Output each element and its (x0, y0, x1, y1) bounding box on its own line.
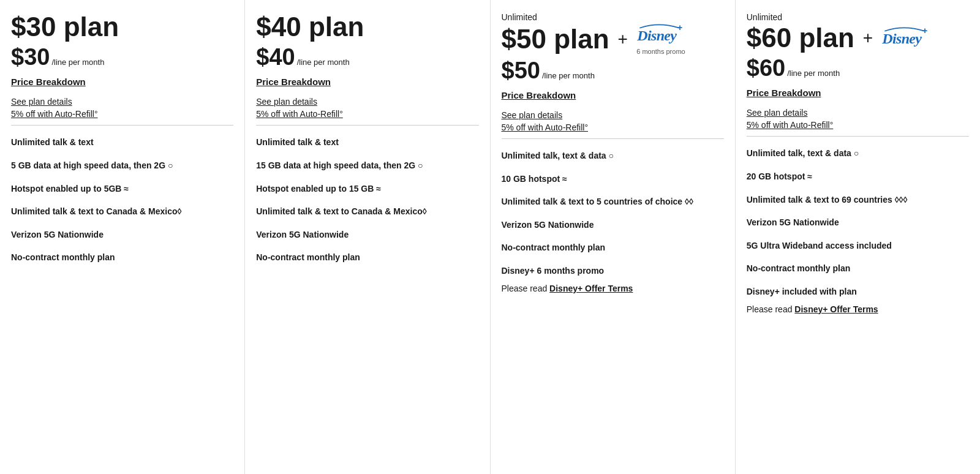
plan-tag: Unlimited (502, 12, 724, 22)
plan-price-amount: $60 (747, 55, 785, 81)
feature-item: Unlimited talk, text & data ○ (747, 148, 969, 160)
plan-price-line: $50/line per month (502, 58, 724, 84)
plan-links: See plan details5% off with Auto-Refill° (502, 110, 724, 132)
feature-item: 15 GB data at high speed data, then 2G ○ (256, 160, 478, 172)
feature-item: No-contract monthly plan (747, 263, 969, 275)
disney-logo-container: .d-text { font-family: Georgia, 'Times N… (636, 23, 685, 55)
price-breakdown-link[interactable]: Price Breakdown (502, 90, 576, 100)
feature-item: Hotspot enabled up to 15 GB ≈ (256, 183, 478, 195)
auto-refill-text: 5% off with Auto-Refill° (256, 109, 478, 119)
feature-item: Verizon 5G Nationwide (502, 219, 724, 231)
feature-item: Disney+ 6 months promo (502, 265, 724, 277)
feature-item: Unlimited talk & text to 5 countries of … (502, 196, 724, 208)
features-list: Unlimited talk & text15 GB data at high … (256, 137, 478, 264)
plan-title: $30 plan (11, 12, 119, 42)
feature-item: Hotspot enabled up to 5GB ≈ (11, 183, 233, 195)
auto-refill-text: 5% off with Auto-Refill° (11, 109, 233, 119)
see-plan-details-link[interactable]: See plan details (11, 97, 233, 107)
plan-price-amount: $30 (11, 44, 50, 70)
plan-price-line: $30/line per month (11, 44, 233, 70)
divider (11, 125, 233, 126)
plan-price-amount: $50 (502, 58, 540, 84)
price-breakdown-link[interactable]: Price Breakdown (256, 77, 331, 87)
plan-links: See plan details5% off with Auto-Refill° (747, 108, 969, 130)
plan-price-suffix: /line per month (542, 71, 595, 80)
offer-terms-container: Please read Disney+ Offer Terms (502, 284, 724, 293)
auto-refill-text: 5% off with Auto-Refill° (747, 120, 969, 130)
plan-header: $30 plan (11, 12, 233, 42)
divider (502, 138, 724, 139)
feature-item: 10 GB hotspot ≈ (502, 173, 724, 186)
feature-item: 5G Ultra Wideband access included (747, 240, 969, 252)
features-list: Unlimited talk & text5 GB data at high s… (11, 137, 233, 264)
feature-item: Unlimited talk & text to Canada & Mexico… (256, 206, 478, 218)
plus-sign: + (863, 29, 873, 47)
features-list: Unlimited talk, text & data ○20 GB hotsp… (747, 148, 969, 298)
feature-item: No-contract monthly plan (502, 242, 724, 254)
plan-column-plan-60: Unlimited$60 plan+ .d-text { font-family… (736, 0, 980, 474)
disney-promo-text: 6 months promo (636, 48, 685, 55)
plan-title: $40 plan (256, 12, 364, 42)
plan-title: $60 plan (747, 23, 854, 53)
plan-price-line: $40/line per month (256, 44, 478, 70)
offer-terms-link[interactable]: Disney+ Offer Terms (794, 304, 878, 314)
plan-column-plan-50: Unlimited$50 plan+ .d-text { font-family… (491, 0, 736, 474)
feature-item: Verizon 5G Nationwide (256, 229, 478, 241)
divider (747, 136, 969, 137)
disney-logo-container: .d-text { font-family: Georgia, 'Times N… (881, 26, 930, 50)
price-breakdown-link[interactable]: Price Breakdown (11, 77, 86, 87)
price-breakdown-link[interactable]: Price Breakdown (747, 88, 821, 98)
plan-tag: Unlimited (747, 12, 969, 22)
plan-header: $50 plan+ .d-text { font-family: Georgia… (502, 23, 724, 55)
plan-column-plan-30: $30 plan$30/line per monthPrice Breakdow… (0, 0, 245, 474)
see-plan-details-link[interactable]: See plan details (502, 110, 724, 120)
see-plan-details-link[interactable]: See plan details (256, 97, 478, 107)
plan-links: See plan details5% off with Auto-Refill° (11, 97, 233, 119)
plan-links: See plan details5% off with Auto-Refill° (256, 97, 478, 119)
feature-item: 5 GB data at high speed data, then 2G ○ (11, 160, 233, 172)
feature-item: Disney+ included with plan (747, 286, 969, 298)
feature-item: No-contract monthly plan (256, 252, 478, 264)
plan-price-suffix: /line per month (51, 58, 104, 67)
feature-item: Verizon 5G Nationwide (747, 217, 969, 229)
svg-text:Disney: Disney (636, 28, 677, 43)
auto-refill-text: 5% off with Auto-Refill° (502, 122, 724, 132)
plan-title: $50 plan (502, 24, 609, 54)
feature-item: Unlimited talk & text to 69 countries ◊◊… (747, 194, 969, 206)
features-list: Unlimited talk, text & data ○10 GB hotsp… (502, 150, 724, 277)
offer-terms-link[interactable]: Disney+ Offer Terms (549, 284, 633, 293)
plans-container: $30 plan$30/line per monthPrice Breakdow… (0, 0, 980, 474)
offer-terms-prefix: Please read (747, 304, 795, 314)
divider (256, 125, 478, 126)
plus-sign: + (618, 31, 628, 48)
feature-item: Unlimited talk & text (256, 137, 478, 149)
see-plan-details-link[interactable]: See plan details (747, 108, 969, 118)
plan-price-line: $60/line per month (747, 55, 969, 81)
feature-item: No-contract monthly plan (11, 252, 233, 264)
plan-column-plan-40: $40 plan$40/line per monthPrice Breakdow… (245, 0, 490, 474)
offer-terms-prefix: Please read (502, 284, 550, 293)
feature-item: Unlimited talk & text to Canada & Mexico… (11, 206, 233, 218)
plan-price-suffix: /line per month (787, 69, 840, 78)
offer-terms-container: Please read Disney+ Offer Terms (747, 304, 969, 314)
plan-price-amount: $40 (256, 44, 295, 70)
feature-item: Unlimited talk & text (11, 137, 233, 149)
plan-price-suffix: /line per month (297, 58, 350, 67)
plan-header: $60 plan+ .d-text { font-family: Georgia… (747, 23, 969, 53)
feature-item: Verizon 5G Nationwide (11, 229, 233, 241)
feature-item: Unlimited talk, text & data ○ (502, 150, 724, 162)
svg-text:Disney: Disney (882, 31, 922, 47)
feature-item: 20 GB hotspot ≈ (747, 171, 969, 183)
plan-header: $40 plan (256, 12, 478, 42)
